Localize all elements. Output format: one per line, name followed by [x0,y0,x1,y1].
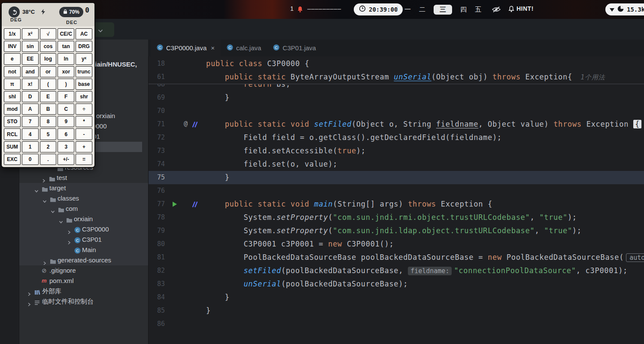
calc-key-CE/C[interactable]: CE/C [58,28,74,40]
calc-key-C[interactable]: C [58,104,74,115]
calc-key-sin[interactable]: sin [22,41,39,52]
clock-widget[interactable]: 20:39:00 [354,3,403,15]
calc-key-xor[interactable]: xor [58,66,74,77]
chevron-down-icon[interactable] [98,27,103,34]
calc-key-shl[interactable]: shl [4,91,21,102]
workspace-一[interactable]: 一 [404,6,411,14]
calc-key-√[interactable]: √ [40,28,57,40]
calc-key-6[interactable]: 6 [58,128,74,140]
calc-key-x![interactable]: x! [22,79,39,90]
tree-row-test[interactable]: test [19,173,148,183]
tab-close-icon[interactable]: × [211,44,215,52]
chevron-expanded-icon[interactable] [43,196,47,201]
calc-key-base[interactable]: base [76,79,92,90]
calc-key-+[interactable]: + [76,141,92,152]
network-widget[interactable]: 15.3k [605,3,644,15]
chevron-expanded-icon[interactable] [34,186,39,190]
calc-key-yˣ[interactable]: yˣ [76,53,92,64]
calc-key-EXC[interactable]: EXC [4,154,21,165]
calc-key--[interactable]: - [76,128,92,140]
calc-key-trunc[interactable]: trunc [76,66,92,77]
tree-label: pom.xml [49,276,74,286]
chevron-collapsed-icon[interactable] [27,289,31,293]
calc-key-2[interactable]: 2 [40,141,57,152]
calc-key-mod[interactable]: mod [4,104,21,115]
line-number: 74 [149,160,165,168]
tree-row-target[interactable]: target [19,183,148,193]
tree-row-.gitignore[interactable]: ⊘.gitignore [19,265,148,276]
calc-key-)[interactable]: ) [58,79,74,90]
tab-C3P0000.java[interactable]: CC3P0000.java× [151,40,221,56]
calc-key-7[interactable]: 7 [22,116,39,127]
calc-key-.[interactable]: . [40,154,57,165]
chevron-collapsed-icon[interactable] [43,258,47,262]
tree-row-C3P01[interactable]: CC3P01 [19,234,148,245]
calc-key-AC[interactable]: AC [76,28,92,40]
calc-key-F[interactable]: F [58,91,74,102]
workspace-二[interactable]: 二 [419,6,425,14]
calc-key-0[interactable]: 0 [22,154,39,165]
calc-key-INV[interactable]: INV [4,41,21,52]
calc-key-=[interactable]: = [76,154,92,165]
workspace-三-active[interactable]: 三 [434,5,452,15]
calc-key-ln[interactable]: ln [58,53,74,64]
tab-C3P01.java[interactable]: CC3P01.java [267,40,322,56]
calculator-widget[interactable]: 38°C 70% 0 DEG DEC 1/xx²√CE/CACINVsincos… [1,2,95,168]
calc-key-SUM[interactable]: SUM [4,141,21,152]
run-icon[interactable] [172,201,177,209]
calc-key-and[interactable]: and [22,66,39,77]
calc-key-B[interactable]: B [40,104,57,115]
workspace-五[interactable]: 五 [475,6,481,14]
tab-calc.java[interactable]: Ccalc.java [221,40,267,56]
chevron-expanded-icon[interactable] [51,207,55,211]
calc-key-3[interactable]: 3 [58,141,74,152]
calc-key-EE[interactable]: EE [22,53,39,64]
tree-row-pom.xml[interactable]: mpom.xml [19,276,148,286]
calc-key-1/x[interactable]: 1/x [4,28,21,40]
tree-row-外部库[interactable]: 外部库 [19,286,148,296]
calc-key-8[interactable]: 8 [40,116,57,127]
workspace-list: 一二三四五 [404,4,481,15]
tree-row-临时文件和控制台[interactable]: 临时文件和控制台 [19,296,148,307]
calc-key-*[interactable]: * [76,116,92,127]
calc-key-4[interactable]: 4 [22,128,39,140]
calc-key-log[interactable]: log [40,53,57,64]
calc-key-STO[interactable]: STO [4,116,21,127]
calc-key-x²[interactable]: x² [22,28,39,40]
chevron-collapsed-icon[interactable] [67,237,71,242]
chevron-collapsed-icon[interactable] [27,299,31,304]
tree-row-generated-sources[interactable]: generated-sources [19,255,148,265]
tree-row-C3P0000[interactable]: CC3P0000 [19,224,148,234]
tree-row-orxiain[interactable]: orxiain [19,214,148,224]
calc-key-RCL[interactable]: RCL [4,128,21,140]
calc-key-([interactable]: ( [40,79,57,90]
calc-key-or[interactable]: or [40,66,57,77]
workspace-四[interactable]: 四 [460,6,467,14]
power-button[interactable] [9,6,20,18]
calc-key-cos[interactable]: cos [40,41,57,52]
calc-key-π[interactable]: π [4,79,21,90]
eye-hidden-icon[interactable] [492,6,501,14]
calc-key-5[interactable]: 5 [40,128,57,140]
tree-row-com[interactable]: com [19,204,148,214]
calc-key-E[interactable]: E [40,91,57,102]
chevron-collapsed-icon[interactable] [42,176,46,180]
calc-key-A[interactable]: A [22,104,39,115]
calc-key-D[interactable]: D [22,91,39,102]
code-line-80: 80C3P0001 c3P0001 = new C3P0001(); [149,237,644,251]
chevron-expanded-icon[interactable] [59,217,63,221]
calc-key-not[interactable]: not [4,66,21,77]
calc-key-1[interactable]: 1 [22,141,39,152]
scratches-icon [34,298,41,305]
calc-key-÷[interactable]: ÷ [76,104,92,115]
calc-key-tan[interactable]: tan [58,41,74,52]
calc-key-shr[interactable]: shr [76,91,92,102]
calc-key-e[interactable]: e [4,53,21,64]
calc-key-+/-[interactable]: +/- [58,154,74,165]
calc-key-DRG[interactable]: DRG [76,41,92,52]
calc-key-9[interactable]: 9 [58,116,74,127]
code-editor[interactable]: 68return bs;69}7071@public static void s… [148,56,644,344]
tree-row-Main[interactable]: CMain [19,245,148,255]
tree-row-classes[interactable]: classes [19,193,148,204]
chevron-collapsed-icon[interactable] [67,227,71,231]
